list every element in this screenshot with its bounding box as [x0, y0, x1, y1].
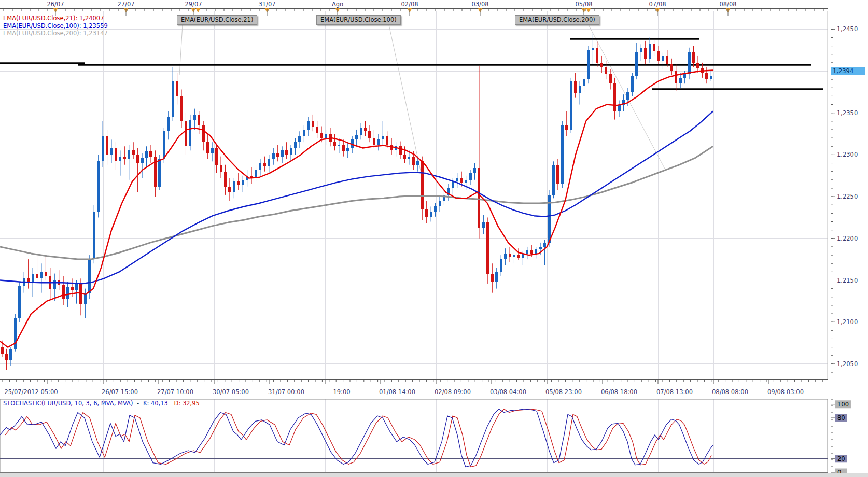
- time-axis-label: 19:00: [333, 388, 350, 396]
- candle: [596, 48, 598, 63]
- stochastic-d-value: D: 32,95: [170, 400, 200, 407]
- candle: [688, 52, 691, 74]
- candle: [701, 68, 704, 73]
- candle: [355, 135, 358, 140]
- candle: [377, 139, 380, 145]
- candle: [185, 121, 187, 146]
- stoch-panel-frame: [0, 399, 828, 472]
- candle: [198, 115, 200, 125]
- last-price-tag: 1,2394: [831, 67, 865, 75]
- top-axis-date-label: Ago: [332, 1, 343, 8]
- candle: [456, 178, 458, 181]
- candle: [640, 48, 642, 53]
- candle: [281, 150, 284, 156]
- candle: [495, 272, 498, 282]
- time-axis-label: 08/08 08:00: [712, 388, 748, 396]
- legend-ema200: EMA(EUR/USD.Close,200): 1,23147: [3, 30, 108, 37]
- ema100-tooltip: EMA(EUR/USD.Close,100): [316, 15, 401, 25]
- candle: [132, 150, 135, 155]
- candle: [556, 165, 559, 184]
- candle: [583, 79, 585, 86]
- candle: [526, 250, 528, 254]
- bottom-chrome-strip: [0, 473, 868, 477]
- candle: [666, 56, 668, 64]
- price-axis-label: 1,2450: [837, 25, 858, 33]
- candle: [631, 76, 634, 92]
- price-axis-label: 1,2100: [837, 318, 858, 326]
- top-axis-date-label: 27/07: [117, 1, 134, 8]
- legend-ema100: EMA(EUR/USD.Close,100): 1,23559: [3, 22, 108, 30]
- candle: [294, 142, 297, 148]
- candle: [675, 71, 677, 83]
- candle: [600, 63, 603, 67]
- candle: [220, 165, 222, 172]
- candle: [1, 347, 4, 354]
- candle: [587, 50, 590, 79]
- candle: [206, 142, 209, 153]
- candle: [215, 148, 218, 164]
- candle: [141, 158, 144, 163]
- candle: [110, 148, 113, 155]
- candle: [535, 249, 537, 254]
- tooltip-leader-line: [179, 25, 183, 75]
- candle: [574, 81, 577, 93]
- candle: [145, 151, 148, 158]
- candle: [653, 44, 655, 51]
- stochastic-header: STOCHASTIC(EUR/USD, 10, 3, 6, MVA, MVA) …: [3, 400, 200, 407]
- candle: [382, 136, 384, 139]
- price-axis-label: 1,2050: [837, 360, 858, 368]
- candle: [373, 138, 375, 145]
- candle: [333, 142, 336, 147]
- candle: [644, 48, 647, 59]
- candle: [386, 136, 388, 145]
- candle: [66, 287, 69, 299]
- candle: [342, 145, 345, 151]
- candle: [570, 81, 572, 130]
- top-axis-date-label: 07/08: [649, 1, 666, 8]
- candle: [158, 159, 161, 186]
- candle: [97, 161, 100, 212]
- time-axis-label: 06/08 18:00: [601, 388, 637, 396]
- day-marker-icon: [586, 8, 591, 12]
- candle: [62, 285, 65, 299]
- candle: [460, 178, 463, 184]
- candle: [539, 247, 542, 249]
- candle: [491, 274, 494, 282]
- candle: [45, 272, 47, 276]
- candle: [224, 172, 227, 187]
- candle: [565, 125, 568, 130]
- candle: [543, 243, 546, 247]
- tooltip-leader-line: [389, 25, 422, 175]
- candle: [635, 52, 638, 76]
- candle: [211, 148, 214, 153]
- candle: [259, 163, 261, 170]
- candle: [522, 254, 524, 257]
- candle: [180, 96, 183, 121]
- candle: [228, 187, 231, 192]
- candle: [88, 259, 91, 293]
- candle: [679, 78, 682, 83]
- candle: [482, 222, 485, 229]
- candle: [136, 155, 139, 163]
- candle: [272, 153, 275, 159]
- legend-ema21: EMA(EUR/USD.Close,21): 1,24007: [3, 15, 108, 22]
- candle: [93, 212, 95, 259]
- candle: [338, 145, 340, 146]
- candle: [149, 151, 152, 157]
- candle: [298, 136, 301, 142]
- time-axis-label: 02/08 09:00: [435, 388, 471, 396]
- candle: [368, 131, 371, 138]
- candle: [439, 201, 441, 206]
- candle: [705, 73, 708, 79]
- candle: [32, 274, 34, 282]
- candle: [469, 173, 472, 180]
- trading-chart-window: 1,24501,24001,23501,23001,22501,22001,21…: [0, 0, 868, 477]
- candle: [119, 157, 121, 162]
- candle: [325, 134, 327, 138]
- ema200-tooltip: EMA(EUR/USD.Close,200): [515, 15, 599, 25]
- candle: [364, 128, 367, 131]
- candle: [504, 254, 507, 259]
- candle: [592, 48, 594, 50]
- candle: [263, 163, 266, 166]
- candle: [242, 180, 244, 185]
